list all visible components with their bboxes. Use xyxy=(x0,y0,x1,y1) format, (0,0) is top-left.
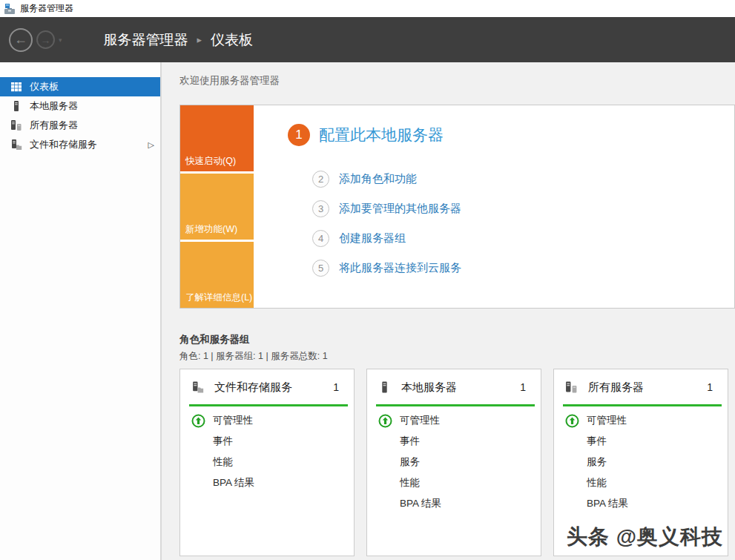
expand-arrow-icon[interactable]: ▷ xyxy=(148,140,154,150)
card-item-label: 事件 xyxy=(213,435,233,448)
card-title: 本地服务器 xyxy=(401,381,510,395)
quick-start-column: 快速启动(Q) 新增功能(W) 了解详细信息(L) xyxy=(180,105,254,308)
watermark-text: 头条 @奥义科技 xyxy=(567,523,723,551)
window-title: 服务器管理器 xyxy=(20,2,73,15)
step-link[interactable]: 将此服务器连接到云服务 xyxy=(339,261,461,275)
back-button[interactable]: ← xyxy=(9,28,33,52)
quick-start-steps: 1 配置此本地服务器 2 添加角色和功能 3 添加要管理的其他服务器 4 创建服… xyxy=(254,105,734,308)
learn-more-tab-label: 了解详细信息(L) xyxy=(185,291,252,304)
breadcrumb-root[interactable]: 服务器管理器 xyxy=(104,30,188,50)
step-number-badge: 3 xyxy=(312,200,329,217)
sidebar-item-label: 本地服务器 xyxy=(30,99,78,113)
welcome-heading: 欢迎使用服务器管理器 xyxy=(179,74,735,88)
quick-start-tab[interactable]: 快速启动(Q) xyxy=(180,105,254,171)
card-item-services[interactable]: 服务 xyxy=(378,452,541,472)
card-item-services[interactable]: 服务 xyxy=(565,452,728,472)
sidebar-item-local-server[interactable]: 本地服务器 xyxy=(0,96,160,116)
card-item-manageability[interactable]: 可管理性 xyxy=(191,410,354,431)
card-item-bpa-results[interactable]: BPA 结果 xyxy=(191,472,354,493)
history-dropdown-button[interactable]: ▾ xyxy=(59,36,62,44)
local-server-icon xyxy=(10,100,22,113)
quick-start-tab-label: 快速启动(Q) xyxy=(185,155,236,168)
card-header[interactable]: 本地服务器 1 xyxy=(367,369,541,395)
server-manager-app-icon xyxy=(3,2,16,15)
card-server-count: 1 xyxy=(333,381,339,393)
file-storage-services-icon xyxy=(191,381,204,394)
step-number-badge: 1 xyxy=(288,124,310,146)
step-link[interactable]: 添加角色和功能 xyxy=(339,172,417,186)
card-item-list: 可管理性 事件 服务 性能 BPA 结果 xyxy=(367,406,541,514)
card-item-manageability[interactable]: 可管理性 xyxy=(378,410,541,431)
manageability-up-icon xyxy=(565,414,587,428)
local-server-icon xyxy=(378,381,391,394)
card-server-count: 1 xyxy=(707,381,713,393)
card-item-performance[interactable]: 性能 xyxy=(565,472,728,493)
sidebar-item-label: 文件和存储服务 xyxy=(30,138,97,151)
card-item-label: BPA 结果 xyxy=(213,476,254,490)
dashboard-main-pane: 欢迎使用服务器管理器 快速启动(Q) 新增功能(W) 了解详细信息(L) 1 xyxy=(162,62,735,560)
card-item-manageability[interactable]: 可管理性 xyxy=(565,410,728,431)
step-connect-cloud-services[interactable]: 5 将此服务器连接到云服务 xyxy=(312,260,734,277)
card-item-label: 性能 xyxy=(587,476,607,490)
step-number-badge: 5 xyxy=(312,260,329,277)
forward-arrow-icon: → xyxy=(41,34,51,46)
step-create-server-group[interactable]: 4 创建服务器组 xyxy=(312,230,734,247)
whats-new-tab[interactable]: 新增功能(W) xyxy=(180,174,254,240)
step-link[interactable]: 配置此本地服务器 xyxy=(319,125,444,145)
card-item-label: 可管理性 xyxy=(213,414,253,427)
card-item-list: 可管理性 事件 性能 BPA 结果 xyxy=(180,406,354,493)
card-item-label: 性能 xyxy=(400,476,420,490)
card-header[interactable]: 所有服务器 1 xyxy=(554,369,728,395)
card-item-label: 可管理性 xyxy=(587,414,627,427)
step-number-badge: 2 xyxy=(312,171,329,188)
card-item-label: 服务 xyxy=(587,455,607,469)
card-item-bpa-results[interactable]: BPA 结果 xyxy=(378,493,541,514)
sidebar-item-all-servers[interactable]: 所有服务器 xyxy=(0,116,160,135)
sidebar-item-label: 仪表板 xyxy=(30,80,59,93)
forward-button[interactable]: → xyxy=(36,30,55,49)
card-header[interactable]: 文件和存储服务 1 xyxy=(180,369,354,395)
card-item-bpa-results[interactable]: BPA 结果 xyxy=(565,493,728,514)
step-link[interactable]: 添加要管理的其他服务器 xyxy=(339,202,461,216)
step-configure-local-server[interactable]: 1 配置此本地服务器 xyxy=(288,124,734,146)
card-item-label: BPA 结果 xyxy=(587,497,628,510)
breadcrumb-separator-icon: ▸ xyxy=(197,34,202,45)
workspace: 仪表板 本地服务器 xyxy=(0,62,735,560)
card-file-storage-services: 文件和存储服务 1 可管理性 xyxy=(179,369,355,556)
card-item-events[interactable]: 事件 xyxy=(378,431,541,452)
dashboard-grid-icon xyxy=(10,81,22,93)
card-item-events[interactable]: 事件 xyxy=(565,431,728,452)
roles-groups-heading: 角色和服务器组 xyxy=(179,333,735,346)
card-title: 文件和存储服务 xyxy=(214,381,323,395)
breadcrumb: 服务器管理器 ▸ 仪表板 xyxy=(104,30,254,50)
breadcrumb-current[interactable]: 仪表板 xyxy=(211,30,253,50)
card-server-count: 1 xyxy=(520,381,526,393)
manageability-up-icon xyxy=(378,414,400,428)
step-add-other-servers[interactable]: 3 添加要管理的其他服务器 xyxy=(312,200,734,217)
card-title: 所有服务器 xyxy=(588,381,696,395)
all-servers-icon xyxy=(565,381,578,394)
step-link[interactable]: 创建服务器组 xyxy=(339,231,406,246)
card-item-performance[interactable]: 性能 xyxy=(191,452,354,472)
title-bar: 服务器管理器 xyxy=(0,0,735,17)
back-arrow-icon: ← xyxy=(14,32,27,47)
whats-new-tab-label: 新增功能(W) xyxy=(185,223,237,236)
step-add-roles-features[interactable]: 2 添加角色和功能 xyxy=(312,171,734,188)
step-number-badge: 4 xyxy=(312,230,329,247)
card-item-label: 性能 xyxy=(213,455,233,469)
sidebar: 仪表板 本地服务器 xyxy=(0,62,162,560)
card-item-label: 服务 xyxy=(400,455,420,469)
welcome-tile: 快速启动(Q) 新增功能(W) 了解详细信息(L) 1 配置此本地服务器 xyxy=(179,105,735,309)
roles-groups-stats: 角色: 1 | 服务器组: 1 | 服务器总数: 1 xyxy=(179,350,735,363)
manageability-up-icon xyxy=(191,414,213,428)
learn-more-tab[interactable]: 了解详细信息(L) xyxy=(180,242,254,308)
sidebar-item-file-storage-services[interactable]: 文件和存储服务 ▷ xyxy=(0,135,160,154)
card-item-performance[interactable]: 性能 xyxy=(378,472,541,493)
card-item-events[interactable]: 事件 xyxy=(191,431,354,452)
card-local-server: 本地服务器 1 可管理性 xyxy=(366,369,541,556)
card-item-label: 事件 xyxy=(587,435,607,448)
file-storage-services-icon xyxy=(10,139,22,151)
all-servers-icon xyxy=(10,119,22,132)
card-item-label: 事件 xyxy=(400,435,420,448)
sidebar-item-dashboard[interactable]: 仪表板 xyxy=(0,77,160,96)
